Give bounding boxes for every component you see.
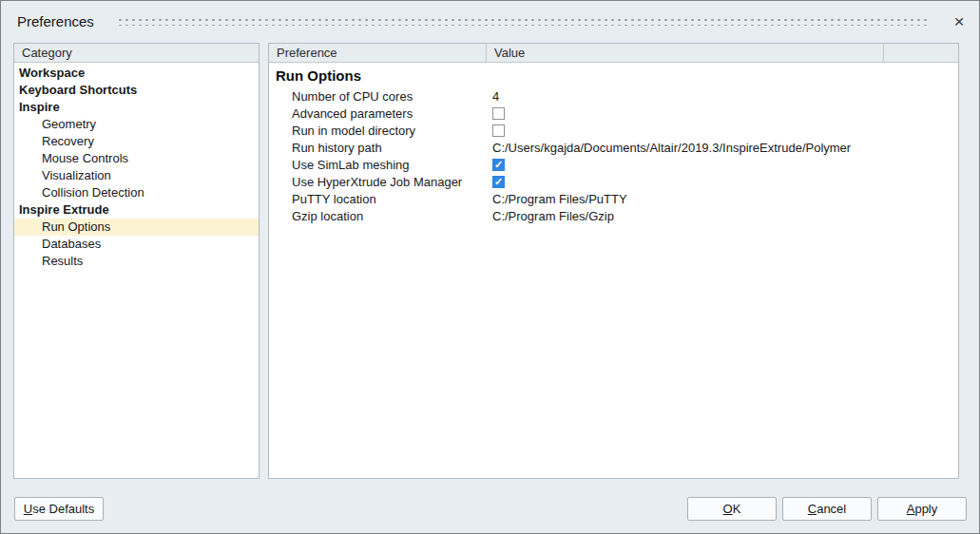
- cancel-mnemonic: C: [808, 502, 817, 516]
- section-title-run-options: Run Options: [269, 65, 958, 87]
- apply-label: pply: [914, 502, 937, 516]
- pref-row-use-simlab-meshing: Use SimLab meshing ✓: [269, 156, 958, 173]
- pref-label: PuTTY location: [269, 192, 492, 206]
- pref-row-cpu-cores: Number of CPU cores 4: [269, 87, 958, 105]
- category-item-geometry[interactable]: Geometry: [14, 116, 259, 133]
- category-item-inspire-extrude[interactable]: Inspire Extrude: [14, 201, 259, 219]
- use-hyperxtrude-job-manager-checkbox[interactable]: ✓: [492, 176, 505, 188]
- category-header-label: Category: [14, 44, 72, 62]
- pref-label: Run history path: [269, 141, 492, 155]
- category-tree: Workspace Keyboard Shortcuts Inspire Geo…: [14, 63, 259, 270]
- category-item-inspire[interactable]: Inspire: [14, 99, 259, 116]
- category-item-results[interactable]: Results: [14, 253, 259, 270]
- advanced-parameters-checkbox[interactable]: ✓: [492, 107, 505, 120]
- ok-label: K: [733, 502, 741, 516]
- cancel-button[interactable]: Cancel: [782, 497, 872, 521]
- category-item-recovery[interactable]: Recovery: [14, 133, 259, 150]
- category-panel: Category Workspace Keyboard Shortcuts In…: [13, 43, 259, 479]
- gzip-location-value[interactable]: C:/Program Files/Gzip: [492, 209, 614, 223]
- pref-label: Number of CPU cores: [269, 89, 492, 104]
- pref-label: Use HyperXtrude Job Manager: [269, 175, 492, 189]
- cancel-label: ancel: [817, 502, 846, 516]
- empty-header-cell: [884, 44, 958, 62]
- apply-button[interactable]: Apply: [877, 497, 967, 521]
- pref-row-advanced-parameters: Advanced parameters ✓: [269, 105, 958, 122]
- use-simlab-meshing-checkbox[interactable]: ✓: [492, 159, 505, 171]
- category-item-workspace[interactable]: Workspace: [14, 65, 259, 82]
- use-defaults-mnemonic: U: [24, 502, 32, 516]
- category-item-collision-detection[interactable]: Collision Detection: [14, 184, 259, 201]
- pref-row-run-in-model-directory: Run in model directory ✓: [269, 122, 958, 139]
- putty-location-value[interactable]: C:/Program Files/PuTTY: [492, 192, 627, 206]
- preferences-dialog: { "window": { "title": "Preferences" }, …: [0, 0, 980, 534]
- run-in-model-directory-checkbox[interactable]: ✓: [492, 124, 505, 137]
- check-icon: ✓: [494, 160, 503, 170]
- category-item-keyboard-shortcuts[interactable]: Keyboard Shortcuts: [14, 82, 259, 99]
- preference-column-header: Preference Value: [269, 44, 958, 63]
- pref-row-use-hyperxtrude-job-manager: Use HyperXtrude Job Manager ✓: [269, 173, 958, 190]
- pref-row-putty-location: PuTTY location C:/Program Files/PuTTY: [269, 190, 958, 207]
- use-defaults-label: se Defaults: [32, 502, 94, 516]
- pref-label: Use SimLab meshing: [269, 158, 492, 172]
- close-icon[interactable]: ×: [945, 7, 973, 35]
- value-header-label: Value: [487, 44, 884, 62]
- title-bar: Preferences ×: [1, 1, 979, 41]
- drag-handle-dots-icon[interactable]: [117, 17, 930, 26]
- cpu-cores-value[interactable]: 4: [492, 89, 499, 104]
- pref-row-gzip-location: Gzip location C:/Program Files/Gzip: [269, 207, 958, 224]
- ok-button[interactable]: OK: [687, 497, 777, 521]
- category-item-visualization[interactable]: Visualization: [14, 167, 259, 184]
- panel-splitter[interactable]: [259, 43, 268, 479]
- pref-label: Run in model directory: [269, 124, 492, 138]
- pref-label: Gzip location: [269, 209, 492, 223]
- use-defaults-button[interactable]: Use Defaults: [14, 497, 104, 521]
- ok-mnemonic: O: [723, 502, 733, 516]
- pref-row-run-history-path: Run history path C:/Users/kgajda/Documen…: [269, 139, 958, 156]
- pref-label: Advanced parameters: [269, 106, 492, 121]
- category-item-mouse-controls[interactable]: Mouse Controls: [14, 150, 259, 167]
- category-column-header: Category: [14, 44, 259, 63]
- category-item-run-options[interactable]: Run Options: [14, 219, 259, 236]
- preference-list: Run Options Number of CPU cores 4 Advanc…: [269, 63, 958, 224]
- category-item-databases[interactable]: Databases: [14, 236, 259, 253]
- check-icon: ✓: [494, 177, 503, 187]
- preference-panel: Preference Value Run Options Number of C…: [268, 43, 959, 479]
- run-history-path-value[interactable]: C:/Users/kgajda/Documents/Altair/2019.3/…: [492, 141, 851, 155]
- dialog-title: Preferences: [17, 13, 94, 29]
- preference-header-label: Preference: [269, 44, 487, 62]
